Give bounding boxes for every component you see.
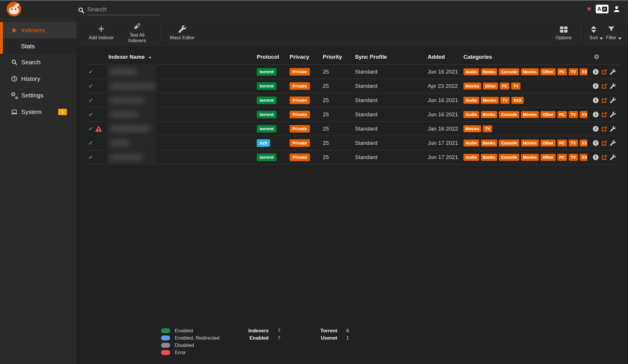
external-link-icon[interactable] xyxy=(601,97,607,104)
table-header-row: Indexer Name ▲ Protocol Privacy Priority… xyxy=(87,49,619,65)
stat-row: Enabled7 xyxy=(231,334,299,342)
info-icon[interactable]: i xyxy=(593,154,599,160)
external-link-icon[interactable] xyxy=(601,112,607,118)
column-settings-button[interactable]: ⚙ xyxy=(587,53,619,61)
info-icon[interactable]: i xyxy=(593,126,599,132)
toolbar-left-group: + Add Indexer Test All Indexers Mass Edi… xyxy=(85,18,199,47)
redacted-name-blob xyxy=(110,126,150,132)
protocol-badge: torrent xyxy=(257,68,276,75)
header-protocol[interactable]: Protocol xyxy=(257,54,290,60)
logo-eye xyxy=(15,8,16,10)
legend-label: Enabled xyxy=(175,328,193,334)
indexer-name-cell xyxy=(108,108,257,122)
external-link-icon[interactable] xyxy=(601,140,607,146)
user-icon[interactable] xyxy=(613,5,620,13)
info-icon[interactable]: i xyxy=(593,83,599,89)
sidebar-item-system[interactable]: System 1 xyxy=(0,104,76,120)
priority-cell: 25 xyxy=(323,93,355,107)
legend-item: Enabled xyxy=(161,327,231,334)
redacted-name-blob xyxy=(110,140,130,146)
sort-button[interactable]: Sort xyxy=(585,24,602,40)
wrench-icon[interactable] xyxy=(610,112,616,117)
wrench-icon[interactable] xyxy=(610,97,616,103)
header-privacy[interactable]: Privacy xyxy=(290,54,323,60)
priority-cell: 25 xyxy=(323,108,355,122)
wrench-icon[interactable] xyxy=(610,140,616,146)
header-priority[interactable]: Priority xyxy=(323,54,355,60)
stats-group: Indexers7Enabled7 xyxy=(231,327,299,342)
external-link-icon[interactable] xyxy=(601,154,607,160)
sidebar-item-label: History xyxy=(21,75,40,82)
enabled-check-icon: ✔ xyxy=(88,140,93,147)
category-badge: PC xyxy=(557,111,567,118)
category-badge: Console xyxy=(499,154,519,161)
redacted-indexer-name xyxy=(107,93,156,108)
toolbar-right-group: Options Sort Filter xyxy=(552,18,620,47)
wrench-icon[interactable] xyxy=(610,154,616,160)
category-badge: Books xyxy=(481,140,497,147)
category-badge: TV xyxy=(500,97,510,104)
header-added[interactable]: Added xyxy=(428,54,463,60)
donate-heart-icon[interactable]: ♥ xyxy=(587,5,591,13)
active-section: Indexers Stats xyxy=(0,22,76,54)
row-actions-cell: i xyxy=(587,108,619,122)
category-badge: PC xyxy=(500,83,509,90)
redacted-name-blob xyxy=(110,154,143,160)
categories-cell: AudioBooksConsoleMoviesOtherPCTVXXX xyxy=(463,150,587,164)
privacy-cell: Private xyxy=(290,108,323,122)
category-badge: Audio xyxy=(463,140,479,147)
stat-value: 7 xyxy=(278,328,299,334)
row-status-cell: ✔ xyxy=(87,65,108,79)
row-status-cell: ✔ xyxy=(87,93,108,107)
info-icon[interactable]: i xyxy=(593,69,599,75)
sidebar-item-settings[interactable]: Settings xyxy=(0,87,76,104)
prowlarr-logo[interactable] xyxy=(7,2,21,16)
privacy-badge: Private xyxy=(290,139,310,147)
toolbar-separator xyxy=(161,23,161,42)
translate-icon[interactable]: A ⇄ xyxy=(596,5,609,13)
header-indexer-name[interactable]: Indexer Name ▲ xyxy=(108,54,257,60)
search-input[interactable] xyxy=(87,5,160,15)
sidebar-item-stats[interactable]: Stats xyxy=(3,38,76,54)
sidebar-item-search[interactable]: Search xyxy=(0,54,76,70)
wrench-icon[interactable] xyxy=(610,69,616,75)
logo-face xyxy=(9,7,19,14)
added-date-cell: Jun 16 2021 xyxy=(428,108,463,122)
stats-group: Torrent6Usenet1 xyxy=(299,327,368,342)
external-link-icon[interactable] xyxy=(601,69,607,75)
redacted-name-blob xyxy=(110,69,137,75)
wrench-icon[interactable] xyxy=(610,83,616,89)
sidebar-item-indexers[interactable]: Indexers xyxy=(3,22,76,38)
sidebar-item-history[interactable]: History xyxy=(0,70,76,87)
category-badge: PC xyxy=(557,154,567,161)
add-indexer-button[interactable]: + Add Indexer xyxy=(85,24,118,40)
info-icon[interactable]: i xyxy=(593,97,599,103)
mass-editor-button[interactable]: Mass Editor xyxy=(166,24,198,40)
test-all-indexers-button[interactable]: Test All Indexers xyxy=(118,22,156,43)
table-options-button[interactable]: Options xyxy=(552,24,576,40)
stats-summary: Indexers7Enabled7Torrent6Usenet1 xyxy=(231,327,368,342)
info-icon[interactable]: i xyxy=(593,112,599,117)
redacted-indexer-name xyxy=(107,78,156,94)
sidebar-item-label: Settings xyxy=(21,92,43,99)
sync-profile-cell: Standard xyxy=(355,150,428,164)
stat-row: Torrent6 xyxy=(299,327,368,334)
priority-cell: 25 xyxy=(323,79,355,93)
legend-label: Enabled, Redirected xyxy=(175,335,220,341)
filter-button[interactable]: Filter xyxy=(602,24,620,40)
privacy-cell: Private xyxy=(290,93,323,107)
category-badge: TV xyxy=(569,140,578,147)
info-icon[interactable]: i xyxy=(593,140,599,146)
external-link-icon[interactable] xyxy=(601,83,607,89)
header-categories[interactable]: Categories xyxy=(463,54,587,60)
sidebar-nav: Indexers Stats Search History xyxy=(0,22,76,120)
sort-ascending-icon: ▲ xyxy=(148,55,152,59)
legend-item: Enabled, Redirected xyxy=(161,334,231,342)
category-badge: XXX xyxy=(580,68,587,75)
external-link-icon[interactable] xyxy=(601,126,607,132)
legend-item: Disabled xyxy=(161,342,231,349)
category-badge: Audio xyxy=(463,154,479,161)
header-sync-profile[interactable]: Sync Profile xyxy=(355,54,428,60)
protocol-cell: torrent xyxy=(257,93,290,107)
wrench-icon[interactable] xyxy=(610,126,616,132)
